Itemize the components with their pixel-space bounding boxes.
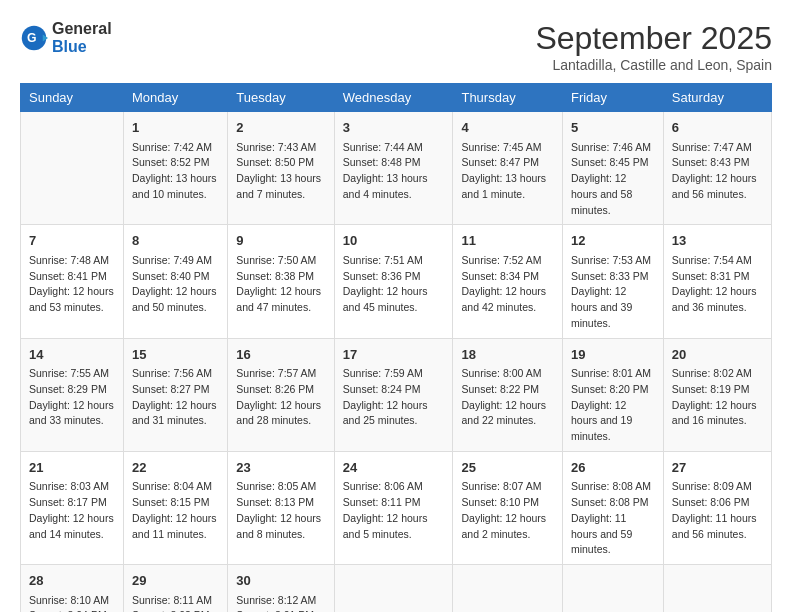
sunset-text: Sunset: 8:47 PM (461, 155, 554, 171)
sunset-text: Sunset: 8:41 PM (29, 269, 115, 285)
cell-content: Sunrise: 7:44 AMSunset: 8:48 PMDaylight:… (343, 140, 445, 203)
sunset-text: Sunset: 8:11 PM (343, 495, 445, 511)
sunrise-text: Sunrise: 7:47 AM (672, 140, 763, 156)
daylight-text: Daylight: 13 hours and 10 minutes. (132, 171, 219, 203)
cell-content: Sunrise: 7:43 AMSunset: 8:50 PMDaylight:… (236, 140, 325, 203)
sunrise-text: Sunrise: 8:07 AM (461, 479, 554, 495)
day-number: 28 (29, 571, 115, 591)
calendar-cell: 15Sunrise: 7:56 AMSunset: 8:27 PMDayligh… (123, 338, 227, 451)
title-area: September 2025 Lantadilla, Castille and … (535, 20, 772, 73)
month-title: September 2025 (535, 20, 772, 57)
svg-text:G: G (27, 31, 37, 45)
daylight-text: Daylight: 12 hours and 19 minutes. (571, 398, 655, 445)
sunrise-text: Sunrise: 8:09 AM (672, 479, 763, 495)
calendar-cell: 16Sunrise: 7:57 AMSunset: 8:26 PMDayligh… (228, 338, 334, 451)
calendar-week-row: 21Sunrise: 8:03 AMSunset: 8:17 PMDayligh… (21, 451, 772, 564)
sunrise-text: Sunrise: 7:49 AM (132, 253, 219, 269)
cell-content: Sunrise: 8:03 AMSunset: 8:17 PMDaylight:… (29, 479, 115, 542)
calendar-cell: 1Sunrise: 7:42 AMSunset: 8:52 PMDaylight… (123, 112, 227, 225)
calendar-cell (663, 565, 771, 613)
cell-content: Sunrise: 8:05 AMSunset: 8:13 PMDaylight:… (236, 479, 325, 542)
day-number: 23 (236, 458, 325, 478)
sunset-text: Sunset: 8:20 PM (571, 382, 655, 398)
calendar-week-row: 7Sunrise: 7:48 AMSunset: 8:41 PMDaylight… (21, 225, 772, 338)
daylight-text: Daylight: 12 hours and 47 minutes. (236, 284, 325, 316)
calendar-cell: 13Sunrise: 7:54 AMSunset: 8:31 PMDayligh… (663, 225, 771, 338)
cell-content: Sunrise: 7:56 AMSunset: 8:27 PMDaylight:… (132, 366, 219, 429)
sunrise-text: Sunrise: 7:43 AM (236, 140, 325, 156)
day-number: 11 (461, 231, 554, 251)
calendar-cell: 5Sunrise: 7:46 AMSunset: 8:45 PMDaylight… (562, 112, 663, 225)
sunset-text: Sunset: 8:52 PM (132, 155, 219, 171)
daylight-text: Daylight: 12 hours and 58 minutes. (571, 171, 655, 218)
sunrise-text: Sunrise: 7:55 AM (29, 366, 115, 382)
sunset-text: Sunset: 8:10 PM (461, 495, 554, 511)
cell-content: Sunrise: 7:55 AMSunset: 8:29 PMDaylight:… (29, 366, 115, 429)
calendar-cell: 28Sunrise: 8:10 AMSunset: 8:04 PMDayligh… (21, 565, 124, 613)
calendar-cell (453, 565, 563, 613)
sunrise-text: Sunrise: 8:11 AM (132, 593, 219, 609)
day-number: 19 (571, 345, 655, 365)
daylight-text: Daylight: 12 hours and 39 minutes. (571, 284, 655, 331)
day-number: 13 (672, 231, 763, 251)
day-number: 21 (29, 458, 115, 478)
day-number: 20 (672, 345, 763, 365)
sunrise-text: Sunrise: 8:08 AM (571, 479, 655, 495)
day-number: 6 (672, 118, 763, 138)
header-thursday: Thursday (453, 84, 563, 112)
calendar-cell: 24Sunrise: 8:06 AMSunset: 8:11 PMDayligh… (334, 451, 453, 564)
day-number: 27 (672, 458, 763, 478)
location-subtitle: Lantadilla, Castille and Leon, Spain (535, 57, 772, 73)
sunset-text: Sunset: 8:29 PM (29, 382, 115, 398)
cell-content: Sunrise: 8:02 AMSunset: 8:19 PMDaylight:… (672, 366, 763, 429)
daylight-text: Daylight: 12 hours and 42 minutes. (461, 284, 554, 316)
header-saturday: Saturday (663, 84, 771, 112)
sunrise-text: Sunrise: 8:10 AM (29, 593, 115, 609)
calendar-cell (21, 112, 124, 225)
day-number: 30 (236, 571, 325, 591)
cell-content: Sunrise: 7:52 AMSunset: 8:34 PMDaylight:… (461, 253, 554, 316)
calendar-cell: 18Sunrise: 8:00 AMSunset: 8:22 PMDayligh… (453, 338, 563, 451)
calendar-cell: 10Sunrise: 7:51 AMSunset: 8:36 PMDayligh… (334, 225, 453, 338)
sunrise-text: Sunrise: 7:46 AM (571, 140, 655, 156)
day-number: 7 (29, 231, 115, 251)
sunset-text: Sunset: 8:22 PM (461, 382, 554, 398)
calendar-cell: 20Sunrise: 8:02 AMSunset: 8:19 PMDayligh… (663, 338, 771, 451)
sunrise-text: Sunrise: 7:59 AM (343, 366, 445, 382)
calendar-cell: 27Sunrise: 8:09 AMSunset: 8:06 PMDayligh… (663, 451, 771, 564)
daylight-text: Daylight: 12 hours and 25 minutes. (343, 398, 445, 430)
sunset-text: Sunset: 8:43 PM (672, 155, 763, 171)
cell-content: Sunrise: 8:10 AMSunset: 8:04 PMDaylight:… (29, 593, 115, 613)
sunrise-text: Sunrise: 8:06 AM (343, 479, 445, 495)
sunrise-text: Sunrise: 7:56 AM (132, 366, 219, 382)
sunset-text: Sunset: 8:01 PM (236, 608, 325, 612)
daylight-text: Daylight: 13 hours and 1 minute. (461, 171, 554, 203)
sunset-text: Sunset: 8:03 PM (132, 608, 219, 612)
sunset-text: Sunset: 8:34 PM (461, 269, 554, 285)
day-number: 18 (461, 345, 554, 365)
calendar-header-row: SundayMondayTuesdayWednesdayThursdayFrid… (21, 84, 772, 112)
calendar-cell: 12Sunrise: 7:53 AMSunset: 8:33 PMDayligh… (562, 225, 663, 338)
day-number: 4 (461, 118, 554, 138)
cell-content: Sunrise: 7:47 AMSunset: 8:43 PMDaylight:… (672, 140, 763, 203)
sunset-text: Sunset: 8:04 PM (29, 608, 115, 612)
cell-content: Sunrise: 8:04 AMSunset: 8:15 PMDaylight:… (132, 479, 219, 542)
sunset-text: Sunset: 8:38 PM (236, 269, 325, 285)
sunrise-text: Sunrise: 7:44 AM (343, 140, 445, 156)
calendar-cell: 14Sunrise: 7:55 AMSunset: 8:29 PMDayligh… (21, 338, 124, 451)
day-number: 22 (132, 458, 219, 478)
daylight-text: Daylight: 12 hours and 14 minutes. (29, 511, 115, 543)
sunset-text: Sunset: 8:50 PM (236, 155, 325, 171)
sunset-text: Sunset: 8:33 PM (571, 269, 655, 285)
sunset-text: Sunset: 8:17 PM (29, 495, 115, 511)
daylight-text: Daylight: 12 hours and 8 minutes. (236, 511, 325, 543)
cell-content: Sunrise: 8:11 AMSunset: 8:03 PMDaylight:… (132, 593, 219, 613)
day-number: 10 (343, 231, 445, 251)
cell-content: Sunrise: 8:12 AMSunset: 8:01 PMDaylight:… (236, 593, 325, 613)
cell-content: Sunrise: 7:45 AMSunset: 8:47 PMDaylight:… (461, 140, 554, 203)
daylight-text: Daylight: 12 hours and 28 minutes. (236, 398, 325, 430)
calendar-cell: 17Sunrise: 7:59 AMSunset: 8:24 PMDayligh… (334, 338, 453, 451)
logo-general-text: General (52, 20, 112, 38)
day-number: 14 (29, 345, 115, 365)
sunset-text: Sunset: 8:19 PM (672, 382, 763, 398)
